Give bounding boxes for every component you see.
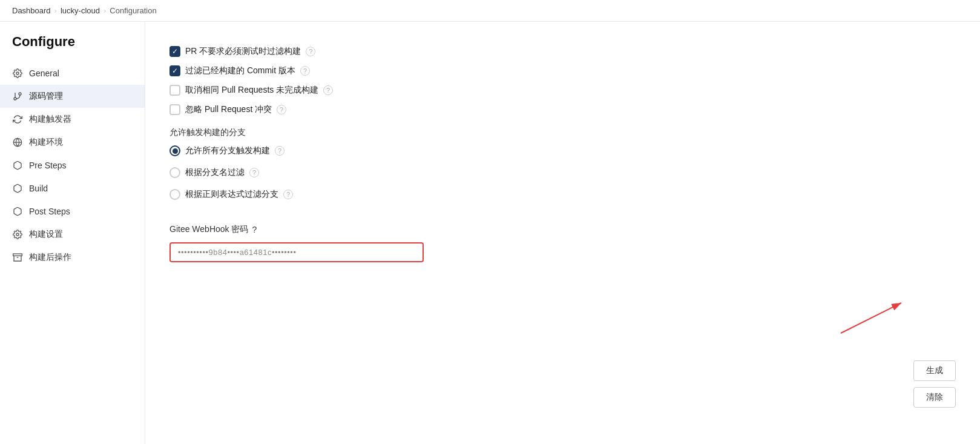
help-icon-cb1[interactable]: ? — [306, 47, 315, 56]
help-icon-cb4[interactable]: ? — [277, 105, 286, 114]
svg-point-3 — [14, 98, 16, 100]
option-row-r3: 根据正则表达式过滤分支 ? — [169, 189, 956, 200]
svg-point-6 — [16, 233, 19, 236]
label-cb4: 忽略 Pull Request 冲突 — [185, 104, 272, 115]
app-container: Dashboard › lucky-cloud › Configuration … — [0, 0, 980, 444]
sidebar-nav: General 源码管理 构建触发器 — [0, 62, 145, 269]
package-icon-pre — [12, 160, 23, 171]
package-icon-post — [12, 206, 23, 217]
sidebar-label-build-trigger: 构建触发器 — [29, 114, 71, 125]
sidebar-label-build-settings: 构建设置 — [29, 229, 63, 240]
breadcrumb-sep-2: › — [104, 6, 106, 15]
radio-group: 允许所有分支触发构建 ? 根据分支名过滤 ? 根据正则表达式过滤分支 ? — [169, 145, 956, 200]
package-icon-build — [12, 183, 23, 194]
webhook-input[interactable] — [169, 242, 424, 262]
settings-icon-build — [12, 229, 23, 240]
arrow-svg — [792, 297, 913, 345]
label-cb3: 取消相同 Pull Requests 未完成构建 — [185, 85, 318, 96]
refresh-icon — [12, 114, 23, 125]
sidebar-item-build-settings[interactable]: 构建设置 — [0, 223, 145, 246]
option-row-r2: 根据分支名过滤 ? — [169, 167, 956, 178]
label-cb2: 过滤已经构建的 Commit 版本 — [185, 65, 295, 76]
breadcrumb-configuration: Configuration — [110, 6, 156, 15]
sidebar-label-post-steps: Post Steps — [29, 207, 70, 216]
webhook-label: Gitee WebHook 密码 ? — [169, 224, 956, 235]
sidebar-item-post-steps[interactable]: Post Steps — [0, 200, 145, 223]
checkbox-cb1[interactable] — [169, 46, 180, 57]
sidebar-item-source-control[interactable]: 源码管理 — [0, 85, 145, 108]
main-content: PR 不要求必须测试时过滤构建 ? 过滤已经构建的 Commit 版本 ? 取消… — [145, 22, 980, 444]
git-branch-icon — [12, 91, 23, 102]
svg-point-2 — [19, 93, 21, 95]
box-icon — [12, 252, 23, 263]
option-row-cb1: PR 不要求必须测试时过滤构建 ? — [169, 46, 956, 57]
sidebar-label-general: General — [29, 68, 59, 78]
checkbox-cb4[interactable] — [169, 104, 180, 115]
breadcrumb-sep-1: › — [54, 6, 57, 15]
help-icon-webhook[interactable]: ? — [252, 225, 257, 234]
sidebar-label-source-control: 源码管理 — [29, 91, 63, 102]
breadcrumb-lucky-cloud[interactable]: lucky-cloud — [61, 6, 100, 15]
svg-point-0 — [16, 72, 19, 75]
sidebar-item-post-build[interactable]: 构建后操作 — [0, 246, 145, 269]
help-icon-r2[interactable]: ? — [249, 168, 259, 177]
settings-icon — [12, 68, 23, 79]
label-r3: 根据正则表达式过滤分支 — [185, 189, 278, 200]
svg-rect-7 — [13, 254, 22, 256]
checkbox-cb3[interactable] — [169, 85, 180, 96]
label-r1: 允许所有分支触发构建 — [185, 145, 270, 156]
clear-button[interactable]: 清除 — [913, 387, 956, 408]
option-row-r1: 允许所有分支触发构建 ? — [169, 145, 956, 156]
help-icon-cb2[interactable]: ? — [300, 66, 310, 76]
sidebar-label-post-build: 构建后操作 — [29, 252, 71, 263]
checkbox-cb2[interactable] — [169, 65, 180, 76]
sidebar-item-pre-steps[interactable]: Pre Steps — [0, 154, 145, 177]
branch-section-label: 允许触发构建的分支 — [169, 127, 956, 138]
generate-button[interactable]: 生成 — [913, 360, 956, 381]
radio-r1[interactable] — [169, 145, 180, 156]
main-layout: Configure General 源码管理 — [0, 22, 980, 444]
sidebar-label-build-env: 构建环境 — [29, 137, 63, 148]
sidebar-item-general[interactable]: General — [0, 62, 145, 85]
action-buttons: 生成 清除 — [913, 351, 956, 408]
svg-line-10 — [841, 303, 901, 333]
sidebar: Configure General 源码管理 — [0, 22, 145, 444]
label-r2: 根据分支名过滤 — [185, 167, 245, 178]
sidebar-title: Configure — [0, 34, 145, 62]
sidebar-item-build[interactable]: Build — [0, 177, 145, 200]
help-icon-r3[interactable]: ? — [283, 190, 293, 199]
label-cb1: PR 不要求必须测试时过滤构建 — [185, 46, 301, 57]
radio-r2[interactable] — [169, 167, 180, 178]
option-row-cb3: 取消相同 Pull Requests 未完成构建 ? — [169, 85, 956, 96]
breadcrumb: Dashboard › lucky-cloud › Configuration — [0, 0, 980, 22]
radio-r3[interactable] — [169, 189, 180, 200]
sidebar-item-build-env[interactable]: 构建环境 — [0, 131, 145, 154]
breadcrumb-dashboard[interactable]: Dashboard — [12, 6, 51, 15]
option-row-cb4: 忽略 Pull Request 冲突 ? — [169, 104, 956, 115]
sidebar-item-build-trigger[interactable]: 构建触发器 — [0, 108, 145, 131]
option-row-cb2: 过滤已经构建的 Commit 版本 ? — [169, 65, 956, 76]
sidebar-label-build: Build — [29, 184, 48, 193]
help-icon-cb3[interactable]: ? — [323, 85, 333, 95]
help-icon-r1[interactable]: ? — [275, 146, 284, 156]
webhook-input-row — [169, 242, 956, 262]
globe-icon — [12, 137, 23, 148]
checkbox-group: PR 不要求必须测试时过滤构建 ? 过滤已经构建的 Commit 版本 ? 取消… — [169, 46, 956, 115]
webhook-section: Gitee WebHook 密码 ? — [169, 224, 956, 262]
sidebar-label-pre-steps: Pre Steps — [29, 161, 66, 170]
